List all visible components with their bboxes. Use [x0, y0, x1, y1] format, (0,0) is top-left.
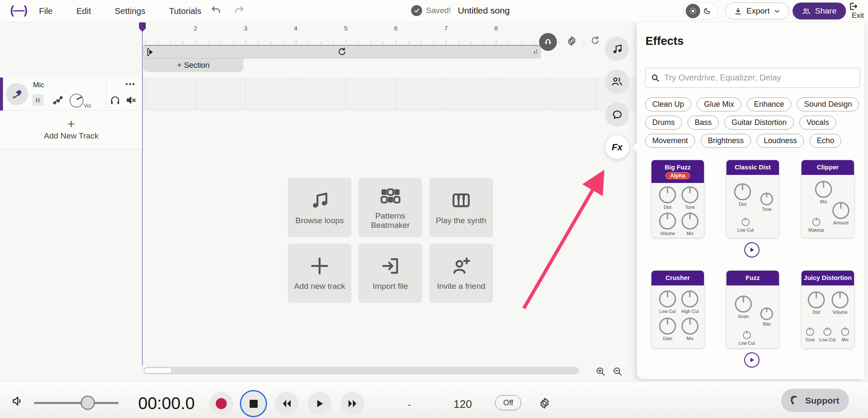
share-button[interactable]: Share: [793, 3, 846, 19]
master-volume-icon[interactable]: [11, 394, 25, 408]
knob-dial[interactable]: [808, 291, 825, 308]
timeline-ruler[interactable]: 2345678: [142, 22, 637, 45]
knob-dial[interactable]: [682, 213, 698, 230]
automation-icon[interactable]: [52, 94, 64, 106]
play-button[interactable]: [308, 392, 331, 415]
knob-dial[interactable]: [742, 218, 750, 226]
knob-dial[interactable]: [682, 186, 698, 203]
scrollbar-thumb[interactable]: [144, 368, 172, 374]
knob-tone[interactable]: Tone: [682, 186, 698, 210]
effects-search-input[interactable]: [664, 73, 854, 83]
zoom-in-icon[interactable]: [595, 366, 606, 377]
knob-mix[interactable]: Mix: [682, 318, 698, 341]
knob-dial[interactable]: [812, 218, 820, 226]
zoom-out-icon[interactable]: [612, 366, 623, 377]
knob-dial[interactable]: [841, 328, 849, 336]
knob-tone[interactable]: Tone: [805, 328, 815, 342]
knob-low-cut[interactable]: Low Cut: [737, 218, 754, 233]
support-button[interactable]: Support: [781, 389, 849, 412]
effect-card-classic-dist[interactable]: Classic DistDistToneLow Cut: [726, 160, 779, 238]
light-mode-icon[interactable]: [686, 4, 700, 18]
knob-gain[interactable]: Gain: [659, 318, 676, 341]
app-logo[interactable]: (—): [10, 4, 27, 17]
menu-edit[interactable]: Edit: [76, 6, 91, 16]
knob-grain[interactable]: Grain: [735, 296, 752, 319]
effects-search[interactable]: [645, 68, 860, 88]
knob-dist[interactable]: Dist: [734, 183, 751, 207]
add-new-track-button[interactable]: + Add New Track: [0, 111, 142, 149]
action-play-the-synth[interactable]: Play the synth: [429, 178, 493, 237]
mute-icon[interactable]: [125, 94, 137, 106]
effect-tag-sound-design[interactable]: Sound Design: [797, 97, 859, 111]
loop-start-icon[interactable]: [147, 48, 154, 56]
knob-low-cut[interactable]: Low Cut: [819, 328, 836, 342]
loop-end-handle[interactable]: ‹⁝: [534, 48, 538, 56]
knob-dial[interactable]: [760, 193, 773, 205]
mic-icon[interactable]: [6, 83, 28, 105]
action-invite-a-friend[interactable]: Invite a friend: [429, 244, 493, 303]
knob-dial[interactable]: [743, 331, 751, 339]
effect-tag-movement[interactable]: Movement: [645, 134, 695, 148]
playhead[interactable]: [142, 22, 143, 366]
menu-tutorials[interactable]: Tutorials: [169, 6, 201, 16]
knob-mix[interactable]: Mix: [815, 181, 832, 204]
knob-dial[interactable]: [682, 318, 698, 335]
knob-low-cut[interactable]: Low Cut: [739, 331, 755, 346]
master-volume-slider[interactable]: [34, 402, 119, 404]
knob-volume[interactable]: Volume: [832, 291, 849, 315]
track-menu-button[interactable]: •••: [125, 80, 136, 89]
effect-tag-drums[interactable]: Drums: [645, 116, 682, 130]
knob-low-cut[interactable]: Low Cut: [659, 291, 676, 314]
knob-dial[interactable]: [659, 186, 676, 203]
knob-tone[interactable]: Tone: [760, 193, 773, 212]
transport-settings-gear-icon[interactable]: [538, 397, 551, 410]
cycle-icon[interactable]: [590, 36, 601, 46]
knob-dial[interactable]: [734, 183, 751, 200]
knob-volume[interactable]: Volume: [659, 213, 676, 236]
effect-tag-vocals[interactable]: Vocals: [799, 116, 836, 130]
effect-tag-glue-mix[interactable]: Glue Mix: [697, 97, 741, 111]
rewind-button[interactable]: [275, 392, 298, 415]
action-patterns-beatmaker[interactable]: Patterns Beatmaker: [359, 178, 422, 237]
effect-tag-enhance[interactable]: Enhance: [747, 97, 791, 111]
knob-dial[interactable]: [832, 291, 849, 308]
effect-card-crusher[interactable]: CrusherLow CutHigh CutGainMix: [651, 271, 704, 348]
knob-dial[interactable]: [659, 318, 676, 335]
loop-region-bar[interactable]: ‹⁝: [143, 45, 541, 58]
timeline-settings-gear-icon[interactable]: [566, 36, 577, 47]
add-section-button[interactable]: + Section: [143, 58, 243, 72]
tempo-display[interactable]: 120: [453, 398, 472, 411]
record-button[interactable]: [209, 392, 233, 415]
action-browse-loops[interactable]: Browse loops: [288, 178, 351, 237]
exit-button[interactable]: Exit: [849, 2, 867, 20]
snap-magnet-icon[interactable]: [539, 33, 557, 51]
menu-settings[interactable]: Settings: [115, 6, 145, 16]
effect-tag-bass[interactable]: Bass: [687, 116, 719, 130]
loop-icon[interactable]: [337, 47, 347, 57]
action-add-new-track[interactable]: Add new track: [288, 244, 351, 303]
action-import-file[interactable]: Import file: [359, 244, 422, 303]
metronome-toggle[interactable]: Off: [495, 395, 521, 410]
effect-card-big-fuzz[interactable]: Big FuzzAlphaDistToneVolumeMix: [651, 160, 704, 238]
knob-makeup[interactable]: Makeup: [808, 218, 824, 233]
effect-card-fuzz[interactable]: FuzzGrainBiteLow Cut: [726, 271, 779, 348]
knob-dial[interactable]: [832, 202, 849, 219]
preview-play-button[interactable]: [744, 242, 760, 257]
track-lane[interactable]: [142, 78, 637, 111]
knob-dial[interactable]: [806, 328, 814, 336]
effect-tag-echo[interactable]: Echo: [810, 134, 841, 148]
record-arm-button[interactable]: R: [32, 94, 44, 106]
knob-dial[interactable]: [823, 328, 832, 336]
song-title[interactable]: Untitled song: [458, 6, 510, 16]
effect-tag-loudness[interactable]: Loudness: [757, 134, 804, 148]
knob-mix[interactable]: Mix: [682, 213, 698, 236]
effect-card-clipper[interactable]: ClipperMixMakeupAmount: [801, 160, 854, 238]
knob-dial[interactable]: [815, 181, 832, 198]
stop-button[interactable]: [242, 392, 265, 415]
knob-dist[interactable]: Dist: [659, 186, 676, 210]
knob-dial[interactable]: [735, 296, 752, 313]
menu-file[interactable]: File: [39, 6, 53, 16]
theme-toggle[interactable]: [684, 3, 718, 19]
horizontal-scrollbar[interactable]: [143, 367, 579, 374]
knob-high-cut[interactable]: High Cut: [682, 291, 699, 314]
